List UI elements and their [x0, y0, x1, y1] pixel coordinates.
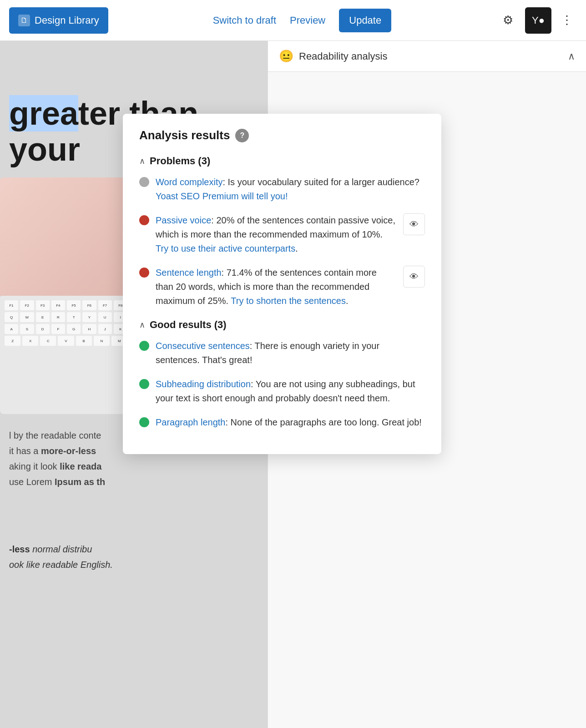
consecutive-sentences-item: Consecutive sentences: There is enough v… — [139, 339, 425, 367]
yoast-icon: Y● — [532, 15, 545, 26]
passive-voice-eye-button[interactable]: 👁 — [403, 213, 425, 235]
sentence-length-item: Sentence length: 71.4% of the sentences … — [139, 266, 425, 308]
shorten-sentences-link[interactable]: Try to shorten the sentences — [231, 296, 346, 306]
page-icon: 🗋 — [18, 15, 30, 26]
yoast-premium-link[interactable]: Yoast SEO Premium will tell you! — [156, 191, 288, 201]
paragraph-length-item: Paragraph length: None of the paragraphs… — [139, 415, 425, 430]
good-results-section-header[interactable]: ∧ Good results (3) — [139, 319, 425, 331]
toolbar-left: 🗋 Design Library — [9, 7, 108, 34]
subheading-distribution-item: Subheading distribution: You are not usi… — [139, 377, 425, 405]
dot-green-icon-1 — [139, 341, 149, 351]
editor-bottom-text: -less normal distribu ook like readable … — [9, 541, 259, 572]
smiley-icon: 😐 — [279, 49, 293, 63]
good-results-section-title: Good results (3) — [150, 319, 227, 331]
dot-green-icon-2 — [139, 379, 149, 389]
toolbar-center: Switch to draft Preview Update — [114, 9, 490, 32]
word-complexity-text: Word complexity: Is your vocabulary suit… — [156, 175, 425, 203]
problems-section-title: Problems (3) — [150, 155, 210, 167]
modal-header: Analysis results ? — [139, 128, 425, 142]
word-complexity-link[interactable]: Word complexity — [156, 177, 222, 187]
analysis-modal: Analysis results ? ∧ Problems (3) Word c… — [123, 114, 441, 454]
yoast-avatar[interactable]: Y● — [525, 7, 551, 34]
passive-voice-text: Passive voice: 20% of the sentences cont… — [156, 213, 397, 256]
dot-red-icon-2 — [139, 268, 149, 278]
design-library-button[interactable]: 🗋 Design Library — [9, 7, 108, 34]
readability-left: 😐 Readability analysis — [279, 49, 387, 63]
toolbar: 🗋 Design Library Switch to draft Preview… — [0, 0, 586, 41]
readability-section[interactable]: 😐 Readability analysis ∧ — [268, 41, 586, 72]
eye-icon-2: 👁 — [409, 272, 419, 282]
gear-icon: ⚙ — [503, 13, 513, 27]
dot-red-icon-1 — [139, 215, 149, 225]
keyboard-image: F1F2F3F4 F5F6F7F8 QWER TYUI ASDF GHJK ZX… — [0, 177, 132, 414]
passive-voice-item: Passive voice: 20% of the sentences cont… — [139, 213, 425, 256]
good-results-chevron-icon: ∧ — [139, 320, 145, 330]
active-counterparts-link[interactable]: Try to use their active counterparts — [156, 243, 295, 253]
word-complexity-item: Word complexity: Is your vocabulary suit… — [139, 175, 425, 203]
consecutive-sentences-text: Consecutive sentences: There is enough v… — [156, 339, 425, 367]
readability-chevron-icon: ∧ — [568, 51, 575, 62]
passive-voice-link[interactable]: Passive voice — [156, 215, 211, 225]
heading-highlight: grea — [9, 95, 78, 131]
gear-button[interactable]: ⚙ — [496, 9, 520, 32]
more-options-button[interactable]: ⋮ — [557, 10, 577, 30]
dot-gray-icon — [139, 177, 149, 187]
help-icon[interactable]: ? — [235, 129, 249, 142]
readability-label: Readability analysis — [299, 51, 387, 62]
eye-icon-1: 👁 — [409, 219, 419, 230]
modal-title: Analysis results — [139, 128, 230, 142]
subheading-distribution-link[interactable]: Subheading distribution — [156, 379, 251, 389]
consecutive-sentences-link[interactable]: Consecutive sentences — [156, 341, 250, 351]
dots-icon: ⋮ — [561, 13, 573, 27]
subheading-distribution-text: Subheading distribution: You are not usi… — [156, 377, 425, 405]
paragraph-length-text: Paragraph length: None of the paragraphs… — [156, 415, 425, 430]
preview-button[interactable]: Preview — [290, 15, 325, 26]
update-button[interactable]: Update — [339, 9, 391, 32]
dot-green-icon-3 — [139, 417, 149, 427]
problems-chevron-icon: ∧ — [139, 156, 145, 166]
paragraph-length-link[interactable]: Paragraph length — [156, 417, 225, 427]
sentence-length-link[interactable]: Sentence length — [156, 268, 222, 278]
switch-to-draft-button[interactable]: Switch to draft — [213, 15, 276, 26]
design-library-label: Design Library — [35, 15, 99, 26]
problems-section-header[interactable]: ∧ Problems (3) — [139, 155, 425, 167]
sentence-length-eye-button[interactable]: 👁 — [403, 266, 425, 288]
sentence-length-text: Sentence length: 71.4% of the sentences … — [156, 266, 397, 308]
toolbar-right: ⚙ Y● ⋮ — [496, 7, 577, 34]
